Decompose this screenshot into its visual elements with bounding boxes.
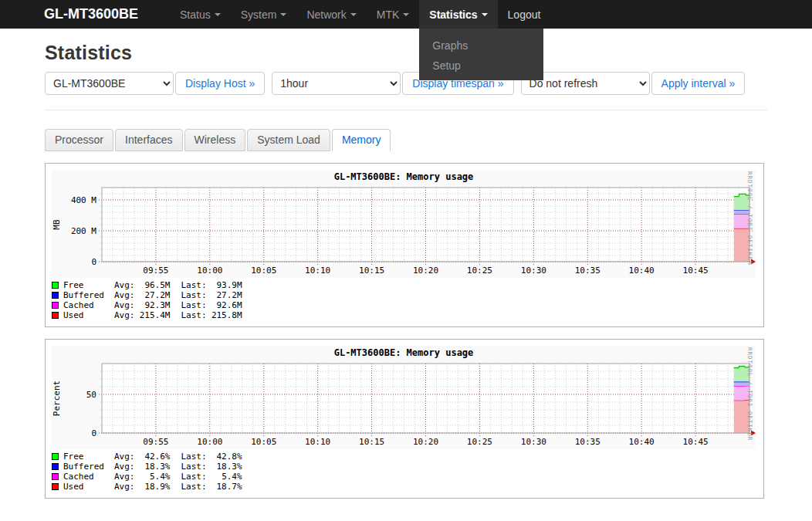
legend-swatch	[52, 463, 59, 470]
legend-row: BufferedAvg:27.2MLast:27.2M	[52, 290, 757, 300]
svg-text:GL-MT3600BE: Memory usage: GL-MT3600BE: Memory usage	[334, 171, 474, 182]
legend-last-label: Last:	[181, 280, 207, 290]
chevron-down-icon	[403, 13, 409, 16]
svg-text:MB: MB	[52, 219, 62, 230]
tab-system-load[interactable]: System Load	[247, 129, 330, 151]
svg-text:10:15: 10:15	[359, 266, 384, 276]
svg-text:10:05: 10:05	[251, 266, 276, 276]
svg-text:10:45: 10:45	[683, 266, 709, 276]
host-control-group: GL-MT3600BE Display Host »	[45, 72, 265, 95]
svg-text:10:35: 10:35	[575, 266, 601, 276]
nav-item-label: Statistics	[429, 8, 477, 21]
chevron-down-icon	[280, 13, 286, 16]
legend-last-value: 215.8M	[207, 310, 242, 320]
host-select[interactable]: GL-MT3600BE	[45, 72, 174, 95]
nav-item-system[interactable]: System	[231, 0, 297, 29]
section-divider	[45, 110, 767, 110]
legend-avg-value: 215.4M	[135, 310, 171, 320]
legend-row: CachedAvg:5.4%Last:5.4%	[52, 472, 757, 482]
nav-item-statistics[interactable]: Statistics Graphs Setup	[419, 0, 497, 29]
svg-text:RRDTOOL / TOBI OETIKER: RRDTOOL / TOBI OETIKER	[746, 171, 753, 265]
memory-usage-percent-legend: FreeAvg:42.6%Last:42.8%BufferedAvg:18.3%…	[52, 449, 757, 493]
legend-last-label: Last:	[181, 482, 207, 492]
svg-text:10:00: 10:00	[197, 266, 222, 276]
nav-item-status[interactable]: Status	[170, 0, 231, 29]
svg-text:10:05: 10:05	[251, 437, 276, 447]
legend-last-value: 18.7%	[207, 482, 242, 492]
legend-avg-value: 42.6%	[135, 452, 171, 462]
legend-last-value: 5.4%	[207, 472, 242, 482]
display-host-button[interactable]: Display Host »	[175, 72, 265, 95]
legend-swatch	[52, 282, 59, 289]
timespan-select[interactable]: 1hour	[272, 72, 401, 95]
legend-swatch	[52, 473, 59, 480]
svg-text:10:40: 10:40	[629, 437, 655, 447]
legend-last-label: Last:	[181, 472, 207, 482]
legend-avg-label: Avg:	[114, 482, 135, 492]
svg-text:Percent: Percent	[52, 381, 62, 416]
refresh-control-group: Do not refresh Apply interval »	[521, 72, 746, 95]
memory-usage-mb-graph: 0200 M400 M09:5510:0010:0510:1010:1510:2…	[52, 170, 756, 278]
legend-last-value: 18.3%	[207, 462, 242, 472]
memory-usage-mb-panel: 0200 M400 M09:5510:0010:0510:1010:1510:2…	[45, 163, 764, 327]
chevron-down-icon	[482, 13, 488, 16]
nav-item-label: Logout	[508, 8, 541, 21]
svg-text:09:55: 09:55	[143, 266, 168, 276]
legend-avg-value: 27.2M	[135, 290, 171, 300]
svg-text:10:45: 10:45	[683, 437, 709, 447]
legend-avg-label: Avg:	[114, 280, 135, 290]
tab-wireless[interactable]: Wireless	[184, 129, 246, 151]
tab-processor[interactable]: Processor	[45, 129, 113, 151]
legend-avg-value: 92.3M	[135, 300, 171, 310]
legend-avg-value: 18.3%	[135, 462, 171, 472]
svg-text:0: 0	[91, 428, 96, 438]
chevron-down-icon	[350, 13, 357, 16]
legend-series-name: Cached	[63, 300, 114, 310]
svg-text:10:10: 10:10	[305, 437, 330, 447]
legend-avg-label: Avg:	[114, 300, 135, 310]
legend-avg-label: Avg:	[114, 472, 135, 482]
svg-text:10:15: 10:15	[359, 437, 384, 447]
svg-text:10:35: 10:35	[575, 437, 601, 447]
memory-usage-mb-legend: FreeAvg:96.5MLast:93.9MBufferedAvg:27.2M…	[52, 278, 757, 322]
legend-row: FreeAvg:96.5MLast:93.9M	[52, 280, 757, 290]
svg-text:10:30: 10:30	[521, 266, 546, 276]
nav-item-label: MTK	[377, 8, 400, 21]
legend-last-value: 42.8%	[207, 452, 242, 462]
svg-text:10:10: 10:10	[305, 266, 330, 276]
nav-item-logout[interactable]: Logout	[498, 0, 551, 29]
legend-last-label: Last:	[181, 300, 207, 310]
legend-avg-label: Avg:	[114, 462, 135, 472]
svg-text:200 M: 200 M	[71, 226, 96, 236]
legend-row: UsedAvg:215.4MLast:215.8M	[52, 310, 757, 320]
legend-avg-label: Avg:	[114, 452, 135, 462]
svg-text:RRDTOOL / TOBI OETIKER: RRDTOOL / TOBI OETIKER	[746, 347, 753, 441]
memory-usage-percent-panel: 05009:5510:0010:0510:1010:1510:2010:2510…	[45, 339, 764, 499]
legend-last-value: 93.9M	[207, 280, 242, 290]
nav-item-label: System	[241, 8, 277, 21]
tab-memory[interactable]: Memory	[332, 129, 391, 151]
dropdown-item-setup[interactable]: Setup	[419, 56, 543, 76]
tab-interfaces[interactable]: Interfaces	[115, 129, 182, 151]
legend-series-name: Used	[63, 310, 114, 320]
legend-row: FreeAvg:42.6%Last:42.8%	[52, 452, 757, 462]
svg-text:50: 50	[86, 390, 96, 400]
nav-item-network[interactable]: Network	[296, 0, 366, 29]
legend-swatch	[52, 292, 59, 299]
svg-text:10:20: 10:20	[413, 266, 438, 276]
page-title: Statistics	[45, 42, 767, 64]
svg-text:400 M: 400 M	[71, 195, 96, 205]
legend-avg-value: 96.5M	[135, 280, 171, 290]
dropdown-item-graphs[interactable]: Graphs	[419, 36, 543, 56]
apply-interval-button[interactable]: Apply interval »	[651, 72, 746, 95]
legend-avg-label: Avg:	[114, 290, 135, 300]
legend-series-name: Free	[63, 280, 114, 290]
graph-controls: GL-MT3600BE Display Host » 1hour Display…	[45, 72, 767, 95]
legend-last-label: Last:	[181, 452, 207, 462]
nav-item-mtk[interactable]: MTK	[367, 0, 420, 29]
svg-text:10:00: 10:00	[197, 437, 222, 447]
svg-text:10:40: 10:40	[629, 266, 655, 276]
legend-last-label: Last:	[181, 462, 207, 472]
legend-series-name: Buffered	[63, 462, 114, 472]
svg-text:10:30: 10:30	[521, 437, 546, 447]
